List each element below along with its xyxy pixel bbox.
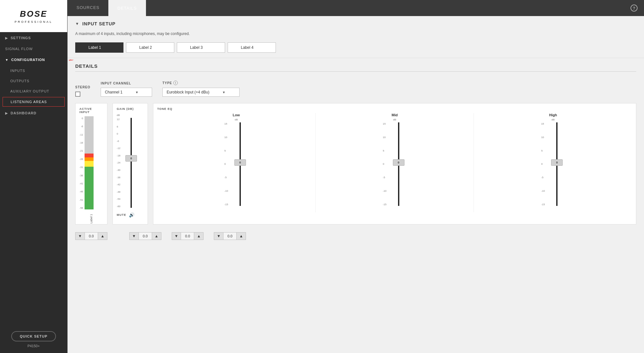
bose-logo: BOSE [20, 9, 48, 19]
type-dropdown[interactable]: Euroblock Input (+4 dBu) ▼ [162, 88, 240, 97]
bose-professional-label: PROFESSIONAL [14, 20, 52, 23]
sidebar-section-settings[interactable]: ▶ SETTINGS [0, 32, 67, 44]
eq-high-stepper-group: ▼ 0.0 ▲ [214, 232, 246, 240]
eq-mid-increment-button[interactable]: ▲ [194, 233, 203, 240]
input-channel-control: INPUT CHANNEL Channel 1 ▼ [101, 82, 152, 97]
gain-title: GAIN (dB) [117, 107, 144, 110]
eq-bands: Low dB 15 10 5 0 -5 -10 [157, 113, 632, 212]
input-channel-value: Channel 1 [105, 90, 122, 94]
top-nav: SOURCES DETAILS ? [68, 0, 644, 16]
stereo-label: STEREO [75, 85, 90, 89]
eq-band-high-title: High [549, 113, 557, 117]
sidebar-item-outputs[interactable]: OUTPUTS [0, 76, 67, 86]
help-button[interactable]: ? [630, 0, 644, 16]
sidebar-item-auxiliary-output[interactable]: AUXILIARY OUTPUT [0, 86, 67, 96]
gain-track [131, 118, 132, 208]
gain-fader-area: 12 6 0 -6 -12 -18 -24 -30 -36 -42 -48 -5… [117, 118, 144, 211]
input-tabs: Label 1 Label 2 Label 3 Label 4 [68, 40, 644, 58]
details-divider [75, 71, 636, 72]
tone-eq-title: TONE EQ [157, 107, 632, 110]
tone-eq-panel: TONE EQ Low dB 15 10 5 0 [153, 103, 636, 225]
stereo-checkbox[interactable] [75, 92, 80, 97]
eq-high-fader-area: 15 10 5 0 -5 -10 -15 0 [541, 122, 565, 212]
gain-fader-handle[interactable]: 0 [125, 155, 137, 162]
eq-low-stepper-value: 0.0 [139, 233, 152, 239]
input-channel-dropdown[interactable]: Channel 1 ▼ [101, 88, 152, 97]
tab-details[interactable]: DETAILS [108, 0, 146, 16]
sidebar: BOSE PROFESSIONAL ▶ SETTINGS SIGNAL FLOW… [0, 0, 68, 353]
tab-sources[interactable]: SOURCES [68, 0, 108, 16]
eq-mid-fader-area: 15 10 5 0 -5 -10 -15 0 [383, 122, 407, 212]
help-icon: ? [630, 4, 638, 12]
input-tab-4[interactable]: Label 4 [228, 42, 276, 53]
gain-stepper-group: ▼ 0.0 ▲ [75, 232, 107, 240]
quick-setup-button[interactable]: QUICK SETUP [11, 331, 56, 341]
eq-low-fader-area: 15 10 5 0 -5 -10 -15 0 [224, 122, 248, 212]
input-tab-3[interactable]: Label 3 [177, 42, 225, 53]
logo-area: BOSE PROFESSIONAL [0, 0, 67, 32]
eq-high-handle[interactable]: 0 [551, 159, 563, 166]
speaker-icon[interactable]: 🔊 [129, 212, 134, 217]
gain-stepper: ▼ 0.0 ▲ [75, 232, 107, 240]
gain-scale-labels: 12 6 0 -6 -12 -18 -24 -30 -36 -42 -48 -5… [117, 118, 123, 208]
sidebar-item-signal-flow[interactable]: SIGNAL FLOW [0, 44, 67, 54]
eq-low-stepper: ▼ 0.0 ▲ [129, 232, 161, 240]
type-dropdown-arrow-icon: ▼ [222, 91, 225, 94]
gain-stepper-value: 0.0 [85, 233, 98, 239]
mute-row: MUTE 🔊 [117, 212, 144, 217]
gain-db-label: dB [117, 114, 120, 117]
gain-increment-button[interactable]: ▲ [98, 233, 107, 240]
eq-band-mid: Mid dB 15 10 5 0 -5 -10 [316, 113, 474, 212]
type-value: Euroblock Input (+4 dBu) [167, 90, 209, 94]
details-title: DETAILS [75, 63, 636, 69]
chevron-right-dashboard-icon: ▶ [5, 111, 8, 115]
active-input-title: ACTIVE INPUT [79, 107, 103, 114]
sidebar-section-dashboard[interactable]: ▶ DASHBOARD [0, 107, 67, 119]
eq-mid-handle[interactable]: 0 [393, 159, 404, 166]
chevron-down-icon: ▼ [5, 58, 9, 62]
input-tab-2[interactable]: Label 2 [126, 42, 174, 53]
device-name: P4150+ [27, 344, 40, 348]
meters-section: ACTIVE INPUT 0 -6 -11 -16 -21 -26 -31 -3… [68, 103, 644, 231]
eq-low-decrement-button[interactable]: ▼ [130, 233, 139, 240]
input-setup-description: A maximum of 4 inputs, including microph… [68, 31, 644, 40]
input-channel-dropdown-arrow-icon: ▼ [135, 91, 139, 94]
eq-high-increment-button[interactable]: ▲ [236, 233, 246, 240]
eq-high-decrement-button[interactable]: ▼ [214, 233, 223, 240]
mute-label: MUTE [117, 213, 126, 216]
configuration-label: CONFIGURATION [11, 58, 45, 62]
vu-segment-green [85, 167, 94, 209]
eq-low-increment-button[interactable]: ▲ [152, 233, 161, 240]
sidebar-section-configuration[interactable]: ▼ CONFIGURATION ← [0, 54, 67, 66]
active-input-panel: ACTIVE INPUT 0 -6 -11 -16 -21 -26 -31 -3… [75, 103, 107, 225]
chevron-right-icon: ▶ [5, 36, 8, 40]
input-channel-label: INPUT CHANNEL [101, 82, 152, 85]
content-area: ▼ INPUT SETUP A maximum of 4 inputs, inc… [68, 16, 644, 353]
red-arrow-indicator: ← [68, 56, 74, 64]
sidebar-item-listening-areas[interactable]: LISTENING AREAS [3, 97, 65, 107]
eq-low-handle[interactable]: 0 [234, 159, 246, 166]
eq-mid-stepper-group: ▼ 0.0 ▲ [172, 232, 204, 240]
input-setup-collapse-icon[interactable]: ▼ [75, 22, 79, 26]
gain-panel: GAIN (dB) dB 12 6 0 -6 -12 -18 -24 -30 -… [113, 103, 148, 225]
eq-band-high: High dB 15 10 5 0 -5 -10 [474, 113, 632, 212]
eq-low-stepper-group: ▼ 0.0 ▲ [129, 232, 161, 240]
stereo-control: STEREO [75, 85, 90, 97]
eq-band-mid-title: Mid [392, 113, 398, 117]
sidebar-item-inputs[interactable]: INPUTS [0, 66, 67, 76]
details-section: DETAILS [68, 58, 644, 81]
gain-decrement-button[interactable]: ▼ [76, 233, 85, 240]
input-setup-header: ▼ INPUT SETUP [68, 16, 644, 31]
input-tab-1[interactable]: Label 1 [75, 42, 123, 53]
type-label: TYPE i [162, 81, 240, 85]
vu-segment-red [85, 154, 94, 157]
signal-flow-label: SIGNAL FLOW [5, 47, 33, 51]
gain-track-container: 0 [123, 118, 139, 208]
eq-mid-decrement-button[interactable]: ▼ [172, 233, 181, 240]
eq-high-scale: 15 10 5 0 -5 -10 -15 [541, 122, 548, 206]
vu-meter-bar [85, 116, 94, 209]
type-info-icon[interactable]: i [173, 81, 178, 85]
vu-segment-yellow [85, 161, 94, 166]
eq-mid-stepper-value: 0.0 [181, 233, 194, 239]
eq-mid-stepper: ▼ 0.0 ▲ [172, 232, 204, 240]
